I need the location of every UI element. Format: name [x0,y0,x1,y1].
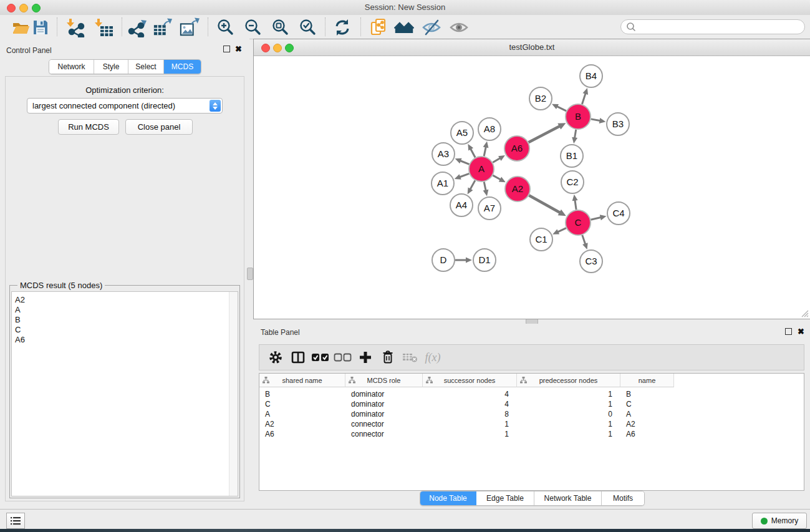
column-header[interactable]: shared name [259,374,345,387]
graph-edge[interactable] [484,146,486,156]
show-panels-button[interactable] [6,513,25,529]
show-all-icon[interactable] [449,17,469,37]
graph-edge[interactable] [529,195,561,213]
deselect-all-icon[interactable] [332,347,354,368]
zoom-fit-icon[interactable] [270,17,290,37]
column-header[interactable]: successor nodes [423,374,517,387]
delete-column-icon[interactable] [377,347,399,368]
new-network-from-selection-icon[interactable] [369,17,389,37]
mcds-result-item[interactable]: A6 [12,335,238,345]
table-cell[interactable]: 8 [423,409,509,419]
graph-edge[interactable] [574,130,576,139]
close-network-button[interactable] [261,44,270,52]
zoom-selected-icon[interactable] [297,17,317,37]
float-table-panel-icon[interactable] [785,328,792,335]
export-network-icon[interactable] [127,17,147,37]
tab-style[interactable]: Style [94,60,128,74]
table-cell[interactable]: 1 [423,429,509,439]
table-cell[interactable]: B [626,389,673,399]
node-table[interactable]: shared nameMCDS rolesuccessor nodesprede… [259,373,804,491]
vertical-splitter-handle[interactable] [247,268,253,280]
table-cell[interactable]: 0 [517,409,612,419]
graph-edge[interactable] [493,175,501,180]
run-mcds-button[interactable]: Run MCDS [58,119,119,135]
close-table-panel-icon[interactable]: ✖ [798,327,804,336]
table-cell[interactable]: C [265,399,345,409]
table-cell[interactable]: 4 [423,399,509,409]
graph-edge[interactable] [557,228,566,233]
export-image-icon[interactable] [180,17,200,37]
graph-edge[interactable] [529,126,561,143]
graph-edge[interactable] [459,173,469,177]
table-cell[interactable]: A2 [626,419,673,429]
table-cell[interactable]: 1 [517,429,612,439]
column-header[interactable]: predecessor nodes [517,374,620,387]
mcds-result-item[interactable]: A2 [12,295,238,305]
zoom-network-button[interactable] [285,44,294,52]
table-cell[interactable]: A [265,409,345,419]
network-canvas[interactable]: B4B2BB3A8A5A6A3B1AC2A1A2A4A7C4CC1DD1C3 [254,56,809,318]
mcds-result-list[interactable]: A2ABCA6 [11,291,238,496]
close-panel-button[interactable]: Close panel [125,119,193,135]
column-header[interactable]: name [620,374,674,387]
table-cell[interactable]: 1 [517,419,612,429]
memory-button[interactable]: Memory [752,513,807,529]
graph-edge[interactable] [582,93,586,104]
tab-select[interactable]: Select [128,60,164,74]
float-panel-icon[interactable] [223,46,230,52]
import-network-icon[interactable] [65,17,85,37]
tab-network-table[interactable]: Network Table [534,491,602,505]
graph-edge[interactable] [493,158,501,162]
mcds-result-item[interactable]: A [12,305,238,315]
graph-edge[interactable] [582,235,586,245]
close-panel-icon[interactable]: ✖ [235,45,242,53]
apply-layout-icon[interactable] [332,17,352,37]
table-cell[interactable]: 1 [517,389,612,399]
graph-edge[interactable] [556,106,566,111]
table-cell[interactable]: 1 [423,419,509,429]
graph-edge[interactable] [484,182,486,191]
table-cell[interactable]: connector [351,429,422,439]
first-neighbors-icon[interactable] [394,17,414,37]
graph-edge[interactable] [460,160,469,164]
import-table-icon[interactable] [94,17,114,37]
table-settings-icon[interactable] [264,347,287,368]
hide-selected-icon[interactable] [422,17,441,37]
table-cell[interactable]: C [626,399,673,409]
table-cell[interactable]: B [265,389,345,399]
table-cell[interactable]: A2 [265,419,345,429]
table-cell[interactable]: A [626,409,673,419]
toggle-panes-icon[interactable] [287,347,309,368]
zoom-in-icon[interactable] [215,17,235,37]
tab-network[interactable]: Network [49,60,94,74]
open-file-icon[interactable] [11,17,31,37]
tab-motifs[interactable]: Motifs [602,491,644,505]
select-all-icon[interactable] [309,347,332,368]
column-header[interactable]: MCDS role [345,374,423,387]
table-cell[interactable]: 4 [423,389,509,399]
export-table-icon[interactable] [153,17,173,37]
tab-node-table[interactable]: Node Table [420,491,476,505]
table-cell[interactable]: dominator [351,399,422,409]
add-column-icon[interactable] [354,347,377,368]
criterion-select[interactable]: largest connected component (directed) [27,98,223,114]
table-cell[interactable]: A6 [626,429,673,439]
table-cell[interactable]: dominator [351,409,422,419]
mcds-result-item[interactable]: B [12,315,238,325]
scrollbar-track[interactable] [229,292,238,496]
tab-mcds[interactable]: MCDS [164,60,201,74]
graph-edge[interactable] [470,148,475,158]
graph-edge[interactable] [591,217,601,220]
table-cell[interactable]: A6 [265,429,345,439]
zoom-out-icon[interactable] [243,17,263,37]
graph-edge[interactable] [575,200,576,210]
table-cell[interactable]: 1 [517,399,612,409]
table-cell[interactable]: connector [351,419,422,429]
minimize-network-button[interactable] [273,44,282,52]
tab-edge-table[interactable]: Edge Table [476,491,534,505]
graph-edge[interactable] [591,119,601,121]
mcds-result-item[interactable]: C [12,325,238,335]
search-input[interactable] [639,21,804,33]
resize-grip-icon[interactable] [801,309,809,317]
graph-edge[interactable] [470,180,475,190]
